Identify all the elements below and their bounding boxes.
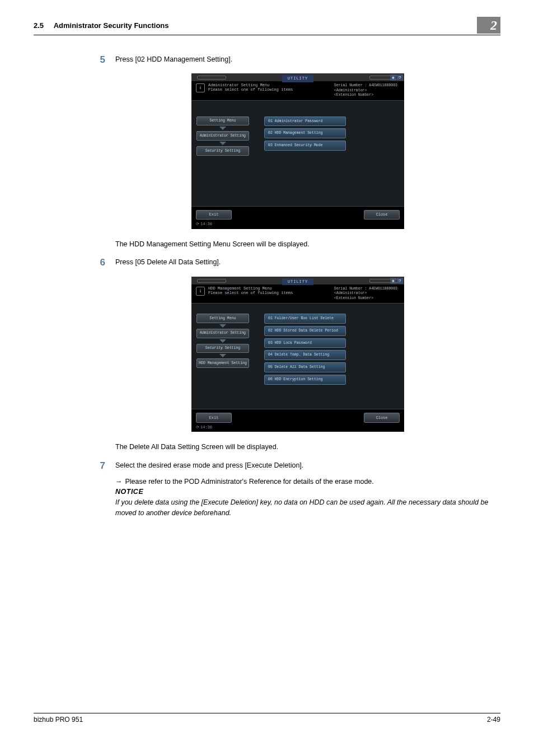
serial-value: A4EW011000003 <box>369 287 397 291</box>
notice-label: NOTICE <box>115 487 500 497</box>
chapter-number-badge: 2 <box>477 17 500 34</box>
admin-line: <Administrator> <box>334 291 367 295</box>
clock: 14:30 <box>191 424 404 432</box>
screenshot-admin-setting-menu: UTILITY ❖? i Administrator Setting Menu … <box>191 73 404 228</box>
menu-option-button[interactable]: 03 HDD Lock Password <box>264 338 346 348</box>
chevron-down-icon <box>219 324 226 328</box>
memory-icon: ❖ <box>390 74 396 81</box>
screen-title-line2: Please select one of following items <box>208 291 293 296</box>
help-icon: ? <box>397 278 403 284</box>
step-result-text: The Delete All Data Setting Screen will … <box>95 442 500 452</box>
breadcrumb-button[interactable]: Administrator Setting <box>196 131 249 141</box>
ext-line: <Extension Number> <box>334 93 373 97</box>
chevron-down-icon <box>219 354 226 357</box>
ext-line: <Extension Number> <box>334 296 373 300</box>
menu-option-button[interactable]: 04 Delete Temp. Data Setting <box>264 350 346 360</box>
page-header: 2.5 Administrator Security Functions 2 <box>34 17 500 35</box>
notice-text: If you delete data using the [Execute De… <box>115 497 500 519</box>
admin-line: <Administrator> <box>334 88 367 92</box>
serial-label: Serial Number <box>334 83 363 87</box>
breadcrumb-button[interactable]: Setting Menu <box>196 116 249 126</box>
menu-option-button[interactable]: 03 Enhanced Security Mode <box>264 141 346 151</box>
section-heading: 2.5 Administrator Security Functions <box>34 21 169 30</box>
step-number: 7 <box>95 460 105 472</box>
corner-icons: ❖? <box>390 278 403 284</box>
exit-button[interactable]: Exit <box>196 413 232 423</box>
screen-title-line2: Please select one of following items <box>208 88 293 92</box>
clock: 14:30 <box>191 221 404 229</box>
close-button[interactable]: Close <box>364 210 400 220</box>
arrow-right-icon: → <box>115 477 123 487</box>
close-button[interactable]: Close <box>364 413 400 423</box>
serial-label: Serial Number <box>334 287 363 291</box>
step-text: Select the desired erase mode and press … <box>115 460 500 471</box>
step-substep-text: Please refer to the POD Administrator's … <box>125 478 373 486</box>
step-number: 5 <box>95 54 105 66</box>
step-text: Press [05 Delete All Data Setting]. <box>115 257 500 268</box>
help-icon: ? <box>397 74 403 81</box>
chevron-down-icon <box>219 127 226 130</box>
step-number: 6 <box>95 257 105 268</box>
serial-value: A4EW011000003 <box>369 83 397 87</box>
step-text: Press [02 HDD Management Setting]. <box>115 54 500 65</box>
corner-icons: ❖? <box>390 74 403 81</box>
breadcrumb-button[interactable]: Security Setting <box>196 344 249 353</box>
menu-option-button[interactable]: 05 Delete All Data Setting <box>264 362 346 372</box>
chevron-down-icon <box>219 339 226 343</box>
menu-option-button[interactable]: 01 Administrator Password <box>264 116 346 127</box>
info-icon: i <box>196 287 205 296</box>
utility-label: UTILITY <box>282 75 313 82</box>
section-title: Administrator Security Functions <box>54 21 169 30</box>
menu-option-button[interactable]: 06 HDD Encryption Setting <box>264 375 346 385</box>
footer-page-number: 2-49 <box>487 716 500 724</box>
screenshot-hdd-management-menu: UTILITY ❖? i HDD Management Setting Menu… <box>191 277 404 432</box>
memory-icon: ❖ <box>390 278 396 284</box>
breadcrumb-button[interactable]: Administrator Setting <box>196 329 249 338</box>
breadcrumb-button[interactable]: Setting Menu <box>196 314 249 323</box>
exit-button[interactable]: Exit <box>196 210 232 220</box>
section-number: 2.5 <box>34 21 44 30</box>
chevron-down-icon <box>219 142 226 145</box>
utility-label: UTILITY <box>282 278 313 286</box>
breadcrumb-button[interactable]: Security Setting <box>196 146 249 156</box>
footer-model: bizhub PRO 951 <box>34 716 83 724</box>
breadcrumb-button[interactable]: HDD Management Setting <box>196 358 249 368</box>
menu-option-button[interactable]: 01 Folder/User Box List Delete <box>264 314 346 324</box>
page-footer: bizhub PRO 951 2-49 <box>34 713 500 724</box>
menu-option-button[interactable]: 02 HDD Stored Data Delete Period <box>264 326 346 336</box>
info-icon: i <box>196 83 205 92</box>
menu-option-button[interactable]: 02 HDD Management Setting <box>264 128 346 138</box>
step-result-text: The HDD Management Setting Menu Screen w… <box>95 239 500 250</box>
